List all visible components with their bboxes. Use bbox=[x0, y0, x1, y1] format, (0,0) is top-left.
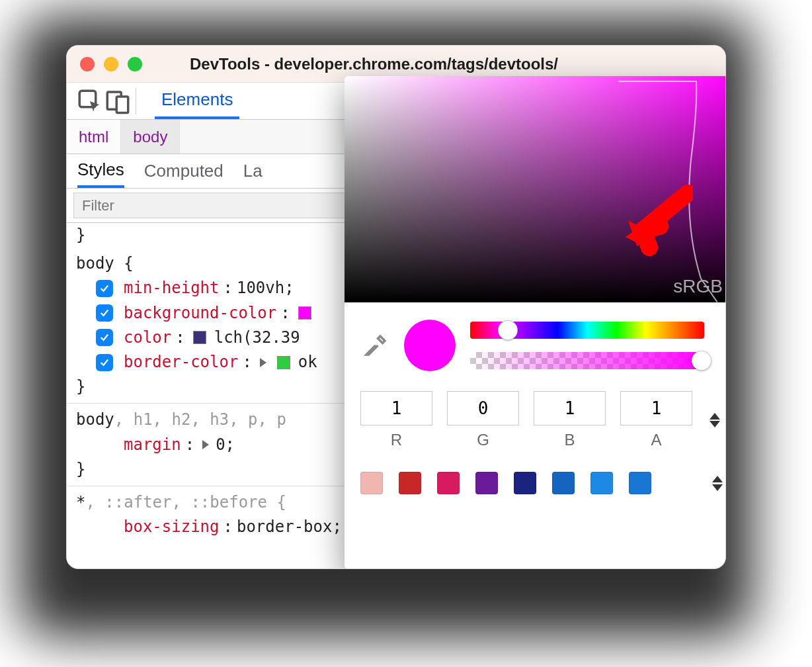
g-input[interactable]: 0 bbox=[447, 391, 519, 425]
color-swatch-icon[interactable] bbox=[277, 356, 290, 369]
picker-swatch-row bbox=[345, 302, 726, 378]
g-label: G bbox=[477, 431, 489, 449]
palette-swatch[interactable] bbox=[590, 472, 613, 494]
palette-swatch[interactable] bbox=[475, 472, 498, 494]
subtab-styles[interactable]: Styles bbox=[77, 154, 124, 188]
a-input[interactable]: 1 bbox=[620, 391, 692, 425]
current-color-swatch bbox=[404, 320, 456, 371]
css-property: color bbox=[124, 326, 171, 350]
css-property: border-color bbox=[124, 350, 238, 375]
css-selector-secondary: , ::after, ::before { bbox=[85, 493, 286, 511]
enable-checkbox[interactable] bbox=[96, 280, 113, 297]
inspect-element-icon[interactable] bbox=[76, 87, 104, 115]
palette-swatch[interactable] bbox=[360, 472, 383, 494]
enable-checkbox[interactable] bbox=[96, 329, 113, 346]
hue-slider[interactable] bbox=[470, 322, 704, 339]
chevron-down-icon bbox=[712, 484, 723, 491]
picker-sliders bbox=[470, 322, 721, 369]
b-input[interactable]: 1 bbox=[534, 391, 606, 425]
css-value: lch(32.39 bbox=[214, 326, 300, 350]
toolbar-separator bbox=[136, 88, 136, 114]
traffic-lights bbox=[80, 57, 142, 71]
eyedropper-icon[interactable] bbox=[362, 332, 389, 359]
palette-page-toggle[interactable] bbox=[712, 476, 723, 491]
color-mode-toggle[interactable] bbox=[707, 413, 723, 427]
color-palette bbox=[345, 452, 726, 494]
svg-rect-2 bbox=[116, 97, 128, 113]
alpha-slider-knob[interactable] bbox=[692, 351, 711, 371]
palette-swatch[interactable] bbox=[437, 472, 460, 494]
palette-swatch[interactable] bbox=[552, 472, 575, 494]
expand-triangle-icon[interactable] bbox=[202, 440, 209, 449]
breadcrumb-body[interactable]: body bbox=[121, 120, 180, 154]
chevron-up-icon bbox=[712, 476, 723, 482]
r-input[interactable]: 1 bbox=[360, 391, 432, 425]
enable-checkbox[interactable] bbox=[96, 304, 113, 322]
close-window-button[interactable] bbox=[80, 57, 95, 71]
css-property: min-height bbox=[124, 276, 220, 300]
palette-swatch[interactable] bbox=[514, 472, 536, 494]
css-value: border-box; bbox=[237, 515, 342, 539]
b-label: B bbox=[564, 431, 575, 449]
css-property: margin bbox=[124, 433, 181, 457]
minimize-window-button[interactable] bbox=[104, 57, 118, 71]
devtools-window: DevTools - developer.chrome.com/tags/dev… bbox=[66, 45, 726, 569]
chevron-up-icon bbox=[710, 413, 720, 420]
css-property: box-sizing bbox=[124, 515, 220, 539]
css-selector-secondary: , h1, h2, h3, p, p bbox=[114, 410, 286, 429]
saturation-lightness-area[interactable]: sRGB bbox=[345, 76, 726, 302]
css-property: background-color bbox=[124, 301, 276, 326]
enable-checkbox[interactable] bbox=[96, 354, 113, 371]
color-swatch-icon[interactable] bbox=[193, 331, 206, 344]
gamut-label: sRGB bbox=[673, 276, 723, 297]
color-picker-popover: sRGB bbox=[345, 76, 726, 568]
r-label: R bbox=[391, 431, 402, 449]
device-toggle-icon[interactable] bbox=[104, 87, 132, 115]
breadcrumb-html[interactable]: html bbox=[67, 120, 121, 154]
window-title: DevTools - developer.chrome.com/tags/dev… bbox=[163, 55, 712, 73]
css-value: 0; bbox=[216, 433, 235, 457]
subtab-layout[interactable]: La bbox=[243, 154, 263, 188]
subtab-computed[interactable]: Computed bbox=[144, 154, 223, 188]
expand-triangle-icon[interactable] bbox=[260, 358, 266, 367]
gamut-boundary-line bbox=[618, 80, 717, 302]
a-label: A bbox=[651, 431, 661, 449]
palette-swatch[interactable] bbox=[399, 472, 421, 494]
tab-elements[interactable]: Elements bbox=[155, 83, 239, 119]
palette-swatch[interactable] bbox=[629, 472, 651, 494]
css-value: 100vh; bbox=[237, 276, 294, 300]
rgba-inputs: 1 R 0 G 1 B 1 A bbox=[345, 378, 726, 452]
css-selector-primary: * bbox=[76, 493, 85, 511]
css-selector-primary: body bbox=[76, 410, 114, 429]
zoom-window-button[interactable] bbox=[128, 57, 142, 71]
alpha-slider[interactable] bbox=[470, 352, 704, 369]
hue-slider-knob[interactable] bbox=[498, 320, 518, 340]
color-swatch-icon[interactable] bbox=[298, 306, 311, 320]
css-value: ok bbox=[298, 350, 317, 375]
chevron-down-icon bbox=[710, 421, 720, 427]
